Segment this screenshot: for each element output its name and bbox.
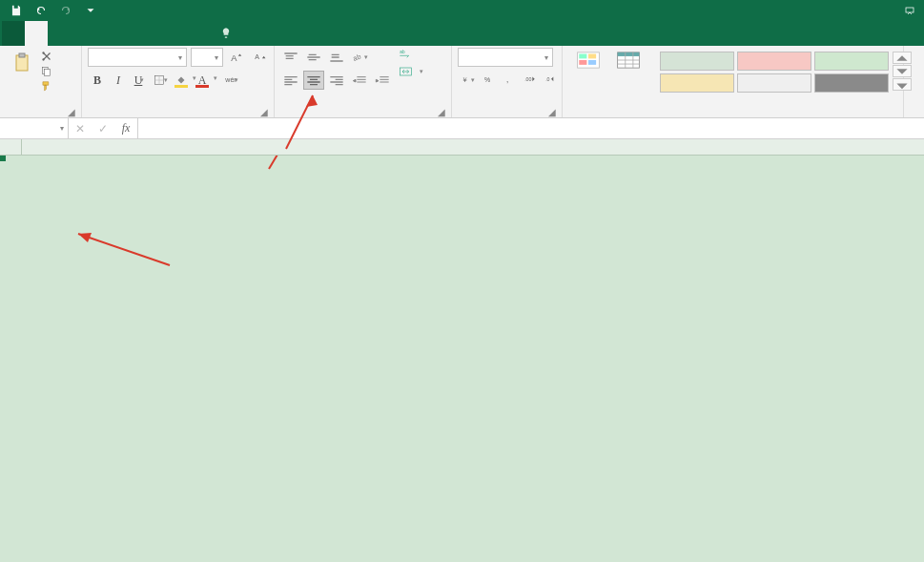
ribbon-tabs bbox=[0, 21, 924, 46]
orientation-button[interactable]: ab▾ bbox=[349, 48, 370, 67]
number-format-combo[interactable]: ▾ bbox=[458, 48, 553, 67]
save-icon[interactable] bbox=[6, 2, 27, 19]
select-all-corner[interactable] bbox=[0, 139, 22, 155]
tab-data[interactable] bbox=[116, 21, 139, 46]
tab-home[interactable] bbox=[25, 21, 48, 46]
group-label-clipboard: ◢ bbox=[6, 102, 75, 117]
style-bad[interactable] bbox=[737, 52, 811, 71]
copy-button[interactable] bbox=[40, 65, 57, 78]
wrap-text-button[interactable]: ab bbox=[399, 48, 423, 61]
paste-button[interactable] bbox=[6, 48, 40, 76]
undo-icon[interactable] bbox=[31, 2, 51, 19]
svg-text:.0: .0 bbox=[545, 76, 549, 82]
enter-formula-icon[interactable]: ✓ bbox=[92, 122, 114, 135]
increase-decimal-button[interactable]: .00 bbox=[521, 71, 540, 90]
group-clipboard: ◢ bbox=[0, 46, 82, 117]
fill-color-button[interactable]: ▾ bbox=[172, 71, 191, 90]
align-right-button[interactable] bbox=[326, 71, 347, 90]
formula-input[interactable] bbox=[138, 118, 924, 138]
window-controls bbox=[895, 0, 924, 21]
style-good[interactable] bbox=[814, 52, 889, 71]
comma-format-button[interactable]: , bbox=[500, 71, 519, 90]
tab-insert[interactable] bbox=[48, 21, 71, 46]
gallery-down-icon[interactable] bbox=[893, 65, 912, 77]
tab-review[interactable] bbox=[139, 21, 162, 46]
tab-help[interactable] bbox=[185, 21, 208, 46]
format-painter-button[interactable] bbox=[40, 80, 57, 94]
tell-me-search[interactable] bbox=[208, 21, 238, 46]
style-neutral[interactable] bbox=[660, 73, 734, 93]
dialog-launcher-icon[interactable]: ◢ bbox=[436, 106, 447, 117]
conditional-format-button[interactable] bbox=[568, 48, 608, 73]
dialog-launcher-icon[interactable]: ◢ bbox=[66, 106, 77, 117]
dialog-launcher-icon[interactable]: ◢ bbox=[258, 106, 270, 117]
font-color-button[interactable]: A ▾ bbox=[193, 71, 212, 90]
svg-rect-20 bbox=[579, 54, 586, 59]
name-box[interactable]: ▾ bbox=[0, 118, 69, 138]
column-headers[interactable] bbox=[0, 139, 924, 156]
svg-text:,: , bbox=[506, 75, 508, 84]
cell-styles-gallery[interactable] bbox=[660, 48, 889, 93]
worksheet-grid[interactable] bbox=[0, 139, 924, 562]
format-as-table-button[interactable] bbox=[608, 48, 648, 73]
underline-button[interactable]: U▾ bbox=[130, 71, 149, 90]
ribbon-options-icon[interactable] bbox=[895, 0, 924, 21]
align-top-button[interactable] bbox=[280, 48, 301, 67]
accounting-format-button[interactable]: ￥▾ bbox=[458, 71, 477, 90]
wrap-text-icon: ab bbox=[399, 48, 414, 61]
percent-format-button[interactable]: % bbox=[479, 71, 498, 90]
gallery-more-icon[interactable] bbox=[893, 78, 912, 91]
svg-rect-6 bbox=[45, 70, 51, 76]
style-calc[interactable] bbox=[737, 73, 811, 93]
svg-line-26 bbox=[269, 156, 301, 169]
style-check[interactable] bbox=[814, 73, 889, 93]
tab-view[interactable] bbox=[162, 21, 185, 46]
paintbrush-icon bbox=[40, 80, 53, 94]
quick-access-toolbar bbox=[0, 0, 101, 21]
decrease-decimal-button[interactable]: .0 bbox=[542, 71, 561, 90]
svg-text:ab: ab bbox=[400, 50, 405, 54]
fx-icon[interactable]: fx bbox=[114, 121, 137, 135]
decrease-font-icon[interactable]: A bbox=[250, 48, 269, 67]
group-label-styles bbox=[660, 102, 897, 117]
formula-bar: ▾ ✕ ✓ fx bbox=[0, 118, 924, 139]
cut-button[interactable] bbox=[40, 50, 57, 63]
gallery-up-icon[interactable] bbox=[893, 52, 912, 64]
tab-file[interactable] bbox=[2, 21, 25, 46]
increase-indent-button[interactable] bbox=[372, 71, 393, 90]
increase-font-icon[interactable]: A bbox=[227, 48, 246, 67]
svg-text:ab: ab bbox=[352, 52, 362, 63]
svg-rect-22 bbox=[579, 60, 586, 65]
tab-page-layout[interactable] bbox=[71, 21, 93, 46]
italic-button[interactable]: I bbox=[109, 71, 128, 90]
group-cond-format bbox=[563, 46, 654, 117]
svg-point-3 bbox=[42, 52, 44, 53]
chevron-down-icon[interactable]: ▾ bbox=[60, 124, 64, 133]
qat-customize-icon[interactable] bbox=[80, 2, 101, 19]
align-middle-button[interactable] bbox=[303, 48, 324, 67]
align-bottom-button[interactable] bbox=[326, 48, 347, 67]
dialog-launcher-icon[interactable]: ◢ bbox=[546, 106, 558, 117]
group-label-number: ◢ bbox=[458, 102, 556, 117]
title-bar bbox=[0, 0, 924, 21]
redo-icon[interactable] bbox=[55, 2, 76, 19]
tab-formulas[interactable] bbox=[93, 21, 116, 46]
svg-text:￥: ￥ bbox=[462, 76, 468, 83]
phonetic-button[interactable]: wén▾ bbox=[221, 71, 240, 90]
cond-format-icon bbox=[576, 50, 601, 71]
align-center-button[interactable] bbox=[303, 71, 324, 90]
svg-point-4 bbox=[42, 58, 44, 60]
font-name-combo[interactable]: ▾ bbox=[88, 48, 187, 67]
align-left-button[interactable] bbox=[280, 71, 301, 90]
group-alignment: ab▾ ab ▾ bbox=[275, 46, 452, 117]
cancel-formula-icon[interactable]: ✕ bbox=[69, 122, 92, 135]
bold-button[interactable]: B bbox=[88, 71, 107, 90]
font-size-combo[interactable]: ▾ bbox=[191, 48, 223, 67]
style-normal[interactable] bbox=[660, 52, 734, 71]
group-number: ▾ ￥▾ % , .00 .0 ◢ bbox=[452, 46, 563, 117]
borders-button[interactable]: ▾ bbox=[151, 71, 170, 90]
svg-text:.00: .00 bbox=[524, 76, 531, 82]
decrease-indent-button[interactable] bbox=[349, 71, 370, 90]
merge-center-button[interactable]: ▾ bbox=[399, 65, 423, 78]
fill-handle[interactable] bbox=[0, 156, 6, 161]
